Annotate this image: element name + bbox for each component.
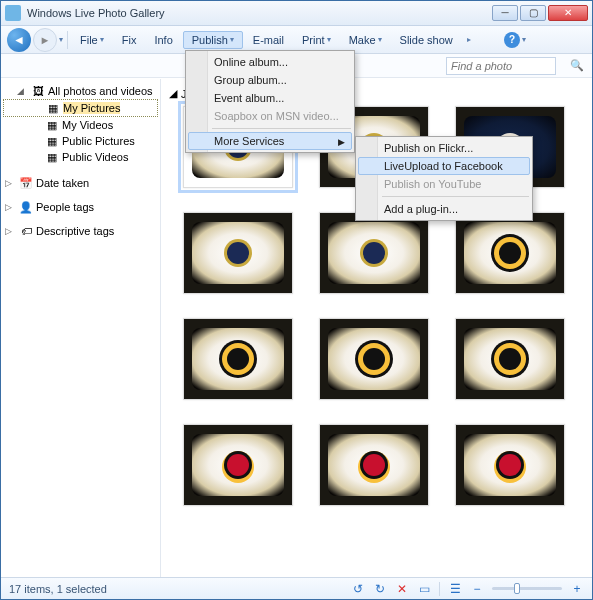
photo-thumbnail[interactable] [183,424,293,506]
nav-forward-button[interactable]: ► [33,28,57,52]
photo-thumbnail[interactable] [183,212,293,294]
slideshow-icon[interactable]: ▭ [417,582,431,596]
help-button[interactable]: ?▾ [496,30,534,50]
rotate-right-icon[interactable]: ↻ [373,582,387,596]
menu-item-event-album-[interactable]: Event album... [188,89,352,107]
tree-section-date taken[interactable]: ▷📅Date taken [3,175,158,191]
tree-section-descriptive tags[interactable]: ▷🏷Descriptive tags [3,223,158,239]
nav-history-dropdown[interactable]: ▾ [59,35,63,44]
search-icon[interactable]: 🔍 [570,59,584,72]
title-bar: Windows Live Photo Gallery ─ ▢ ✕ [1,1,592,26]
status-bar: 17 items, 1 selected ↺ ↻ ✕ ▭ ☰ − + [1,577,592,599]
toolbar-slide show[interactable]: Slide show [392,32,461,48]
photo-thumbnail[interactable] [183,318,293,400]
publish-menu: Online album...Group album...Event album… [185,50,355,153]
toolbar-fix[interactable]: Fix [114,32,145,48]
tree-item-my pictures[interactable]: ▦My Pictures [3,99,158,117]
more-services-menu: Publish on Flickr...LiveUpload to Facebo… [355,136,533,221]
signin-button[interactable] [536,38,586,42]
photo-thumbnail[interactable] [455,424,565,506]
gallery-icon: 🖼 [31,84,45,98]
photo-thumbnail[interactable] [319,424,429,506]
tree-item-my videos[interactable]: ▦My Videos [3,117,158,133]
tree-item-public pictures[interactable]: ▦Public Pictures [3,133,158,149]
sidebar: ◢ 🖼 All photos and videos ▦My Pictures▦M… [1,79,161,577]
folder-icon: ▦ [45,118,59,132]
toolbar-file[interactable]: File ▾ [72,32,112,48]
window-title: Windows Live Photo Gallery [27,7,165,19]
photo-thumbnail[interactable] [319,318,429,400]
expand-icon[interactable]: ▷ [5,178,16,188]
expand-icon[interactable]: ▷ [5,226,16,236]
maximize-button[interactable]: ▢ [520,5,546,21]
menu-item-publish-on-flickr-[interactable]: Publish on Flickr... [358,139,530,157]
toolbar-print[interactable]: Print ▾ [294,32,339,48]
status-text: 17 items, 1 selected [9,583,107,595]
photo-thumbnail[interactable] [319,212,429,294]
tree-section-people tags[interactable]: ▷👤People tags [3,199,158,215]
menu-item-soapbox-on-msn-video-: Soapbox on MSN video... [188,107,352,125]
zoom-out-icon[interactable]: − [470,582,484,596]
app-icon [5,5,21,21]
menu-item-group-album-[interactable]: Group album... [188,71,352,89]
expand-icon[interactable]: ▷ [5,202,16,212]
delete-icon[interactable]: ✕ [395,582,409,596]
rotate-left-icon[interactable]: ↺ [351,582,365,596]
photo-thumbnail[interactable] [455,212,565,294]
folder-icon: ▦ [45,150,59,164]
tree-root[interactable]: ◢ 🖼 All photos and videos [3,83,158,99]
toolbar-e-mail[interactable]: E-mail [245,32,292,48]
minimize-button[interactable]: ─ [492,5,518,21]
toolbar-info[interactable]: Info [146,32,180,48]
collapse-icon[interactable]: ◢ [17,86,28,96]
folder-icon: ▦ [45,134,59,148]
close-button[interactable]: ✕ [548,5,588,21]
zoom-in-icon[interactable]: + [570,582,584,596]
menu-item-more-services[interactable]: More Services▶ [188,132,352,150]
toolbar-publish[interactable]: Publish ▾ [183,31,243,49]
menu-item-online-album-[interactable]: Online album... [188,53,352,71]
folder-icon: ▦ [46,101,60,115]
nav-back-button[interactable]: ◄ [7,28,31,52]
toolbar-make[interactable]: Make ▾ [341,32,390,48]
photo-thumbnail[interactable] [455,318,565,400]
menu-item-publish-on-youtube: Publish on YouTube [358,175,530,193]
group-collapse-icon[interactable]: ◢ [169,87,177,100]
zoom-slider[interactable] [492,587,562,590]
search-input[interactable] [446,57,556,75]
tree-item-public videos[interactable]: ▦Public Videos [3,149,158,165]
details-view-icon[interactable]: ☰ [448,582,462,596]
menu-item-add-a-plug-in-[interactable]: Add a plug-in... [358,200,530,218]
toolbar-overflow[interactable]: ▸ [467,35,471,44]
menu-item-liveupload-to-facebook[interactable]: LiveUpload to Facebook [358,157,530,175]
